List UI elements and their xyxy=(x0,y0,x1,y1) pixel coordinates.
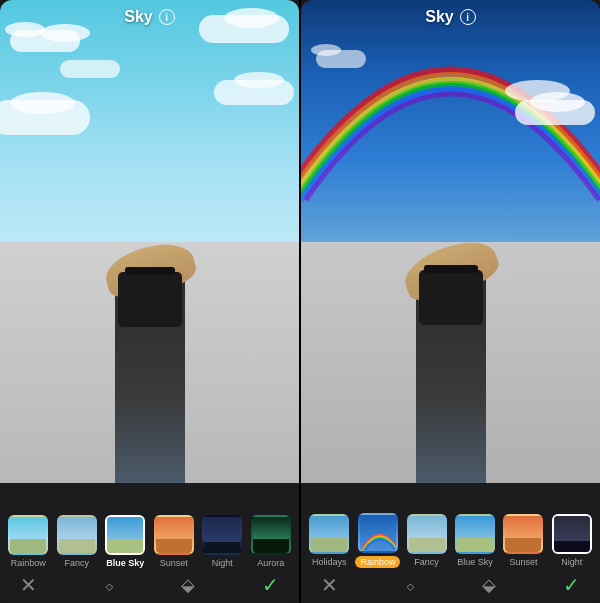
filter-thumb-sunset-right[interactable] xyxy=(503,514,543,554)
filter-label-rainbow: Rainbow xyxy=(11,558,46,568)
filter-thumb-aurora[interactable] xyxy=(251,515,291,555)
left-header: Sky i xyxy=(0,0,299,34)
confirm-button-left[interactable]: ✓ xyxy=(262,573,279,597)
erase-button-right[interactable]: ⬦ xyxy=(405,575,416,596)
filter-label-fancy: Fancy xyxy=(64,558,89,568)
filter-item-night-right[interactable]: Night xyxy=(550,514,594,567)
filter-thumb-rainbow[interactable] xyxy=(8,515,48,555)
filter-label-bluesky-right: Blue Sky xyxy=(457,557,493,567)
app-container: Sky i xyxy=(0,0,600,603)
filter-label-sunset: Sunset xyxy=(160,558,188,568)
cancel-button-left[interactable]: ✕ xyxy=(20,573,37,597)
filter-item-fancy-left[interactable]: Fancy xyxy=(55,515,100,568)
filter-item-sunset-right[interactable]: Sunset xyxy=(501,514,545,567)
filter-thumb-holidays[interactable] xyxy=(309,514,349,554)
left-panel: Sky i xyxy=(0,0,299,603)
filter-item-bluesky-right[interactable]: Blue Sky xyxy=(453,514,497,567)
filter-item-rainbow-right[interactable]: Rainbow xyxy=(355,513,400,568)
filter-label-holidays: Holidays xyxy=(312,557,347,567)
filter-item-bluesky-left[interactable]: Blue Sky xyxy=(103,515,148,568)
filter-item-fancy-right[interactable]: Fancy xyxy=(404,514,448,567)
adjust-button-left[interactable]: ⬙ xyxy=(181,574,195,596)
filter-item-aurora-left[interactable]: Aurora xyxy=(249,515,294,568)
right-header: Sky i xyxy=(301,0,600,34)
filter-label-sunset-right: Sunset xyxy=(509,557,537,567)
filter-item-rainbow-left[interactable]: Rainbow xyxy=(6,515,51,568)
right-photo xyxy=(301,0,600,483)
left-title: Sky xyxy=(124,8,152,26)
cancel-button-right[interactable]: ✕ xyxy=(321,573,338,597)
right-ground xyxy=(301,242,600,484)
left-filter-row: Rainbow Fancy Blue Sky xyxy=(0,515,299,568)
filter-item-sunset-left[interactable]: Sunset xyxy=(152,515,197,568)
filter-item-holidays[interactable]: Holidays xyxy=(307,514,351,567)
filter-label-fancy-right: Fancy xyxy=(414,557,439,567)
filter-thumb-rainbow-right[interactable] xyxy=(358,513,398,553)
filter-thumb-fancy-right[interactable] xyxy=(407,514,447,554)
left-info-icon[interactable]: i xyxy=(159,9,175,25)
filter-label-night-right: Night xyxy=(561,557,582,567)
right-title: Sky xyxy=(425,8,453,26)
filter-thumb-fancy[interactable] xyxy=(57,515,97,555)
right-filter-row: Holidays Rainbow xyxy=(301,513,600,568)
filter-thumb-night[interactable] xyxy=(202,515,242,555)
right-bottom: Holidays Rainbow xyxy=(301,483,600,603)
adjust-button-right[interactable]: ⬙ xyxy=(482,574,496,596)
filter-thumb-night-right[interactable] xyxy=(552,514,592,554)
confirm-button-right[interactable]: ✓ xyxy=(563,573,580,597)
erase-button-left[interactable]: ⬦ xyxy=(104,575,115,596)
filter-label-bluesky: Blue Sky xyxy=(106,558,144,568)
right-panel: Sky i xyxy=(301,0,600,603)
filter-label-rainbow-right: Rainbow xyxy=(355,556,400,568)
left-ground xyxy=(0,242,299,484)
filter-thumb-bluesky[interactable] xyxy=(105,515,145,555)
right-toolbar: ✕ ⬦ ⬙ ✓ xyxy=(301,573,600,597)
filter-item-night-left[interactable]: Night xyxy=(200,515,245,568)
filter-thumb-sunset[interactable] xyxy=(154,515,194,555)
left-photo xyxy=(0,0,299,483)
filter-label-night: Night xyxy=(212,558,233,568)
right-info-icon[interactable]: i xyxy=(460,9,476,25)
mini-rainbow-svg xyxy=(360,515,398,553)
left-bottom: Rainbow Fancy Blue Sky xyxy=(0,483,299,603)
filter-label-aurora: Aurora xyxy=(257,558,284,568)
filter-thumb-bluesky-right[interactable] xyxy=(455,514,495,554)
left-toolbar: ✕ ⬦ ⬙ ✓ xyxy=(0,573,299,597)
